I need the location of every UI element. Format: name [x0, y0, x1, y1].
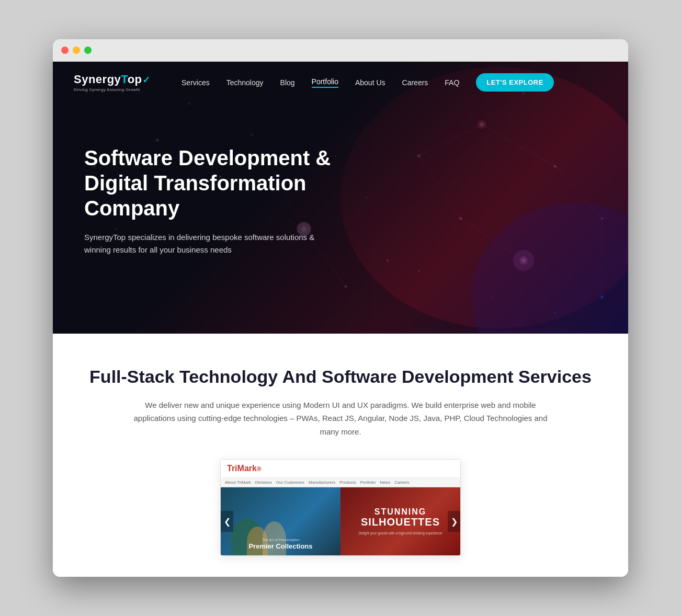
nav-links: Services Technology Blog Portfolio About…	[181, 73, 607, 92]
carousel-next-button[interactable]: ❯	[448, 511, 460, 532]
banner-stunning: STUNNING	[348, 508, 453, 516]
carousel-prev-button[interactable]: ❮	[221, 511, 233, 532]
browser-content: SynergyTop✓ Driving Synergy Assuring Gro…	[53, 62, 628, 577]
preview-header: TriMark®	[221, 460, 460, 478]
preview-banner: The Art of Presentation Premier Collecti…	[221, 487, 460, 555]
banner-silhouettes: SILHOUETTES	[348, 516, 453, 528]
section-desc: We deliver new and unique experience usi…	[126, 398, 555, 439]
hero-content: Software Development & Digital Transform…	[53, 104, 628, 277]
minimize-button[interactable]	[73, 47, 80, 54]
browser-window: SynergyTop✓ Driving Synergy Assuring Gro…	[53, 39, 628, 577]
nav-services[interactable]: Services	[181, 78, 210, 87]
cta-button[interactable]: LET'S EXPLORE	[476, 73, 554, 92]
banner-left: The Art of Presentation Premier Collecti…	[221, 487, 340, 555]
preview-card: TriMark® About TriMark Divisions Our Cus…	[220, 459, 461, 556]
nav-about[interactable]: About Us	[355, 78, 385, 87]
browser-chrome	[53, 39, 628, 62]
logo-tagline: Driving Synergy Assuring Growth	[74, 87, 150, 92]
hero-section: SynergyTop✓ Driving Synergy Assuring Gro…	[53, 62, 628, 334]
nav-faq[interactable]: FAQ	[445, 78, 459, 87]
nav-portfolio[interactable]: Portfolio	[312, 77, 338, 88]
banner-delight: Delight your guests with a high-end drin…	[348, 531, 453, 535]
maximize-button[interactable]	[84, 47, 92, 54]
hero-title: Software Development & Digital Transform…	[84, 145, 356, 221]
banner-left-subtitle: The Art of Presentation	[228, 538, 333, 542]
section-title: Full-Stack Technology And Software Devel…	[74, 365, 607, 388]
hero-subtitle: SynergyTop specializes in delivering bes…	[84, 231, 325, 256]
nav-technology[interactable]: Technology	[226, 78, 264, 87]
nav-blog[interactable]: Blog	[280, 78, 295, 87]
banner-right: STUNNING SILHOUETTES Delight your guests…	[340, 487, 460, 555]
main-section: Full-Stack Technology And Software Devel…	[53, 334, 628, 577]
nav-careers[interactable]: Careers	[402, 78, 428, 87]
preview-logo: TriMark®	[227, 464, 262, 473]
preview-container: TriMark® About TriMark Divisions Our Cus…	[74, 459, 607, 556]
navbar: SynergyTop✓ Driving Synergy Assuring Gro…	[53, 62, 628, 104]
banner-left-title: Premier Collections	[228, 543, 333, 550]
preview-nav-bar: About TriMark Divisions Our Customers Ma…	[221, 478, 460, 487]
close-button[interactable]	[61, 47, 69, 54]
logo-text: SynergyTop✓	[74, 73, 150, 86]
logo[interactable]: SynergyTop✓ Driving Synergy Assuring Gro…	[74, 73, 150, 92]
